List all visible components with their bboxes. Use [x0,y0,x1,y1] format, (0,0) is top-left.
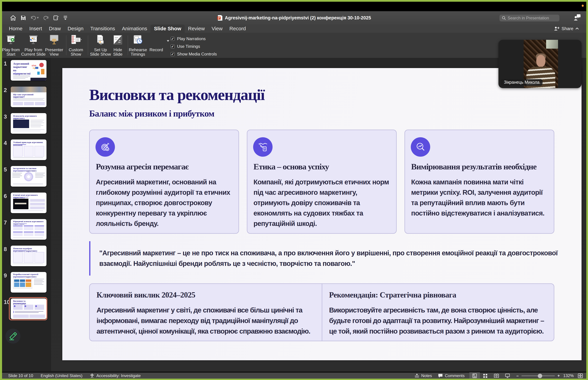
set-up-slide-show-icon [95,33,105,45]
thumbnail-number: 9 [4,272,7,279]
drawing-tool-button[interactable] [5,329,20,343]
thumbnail-preview[interactable]: Помилки надмірно агресивного маркетингу [11,246,46,266]
share-label: Share [562,26,573,31]
slide-thumbnail-10[interactable]: 10Висновки та рекомендації [2,299,51,319]
search-placeholder: Search in Presentation [508,16,549,20]
custom-show-button[interactable]: Custom Show [67,33,84,56]
share-icon [554,26,560,31]
handshake-icon [253,137,273,157]
title-bar: P Agresivnij-marketing-na-pidpriyemstvi … [2,11,586,24]
play-from-current-slide-button[interactable]: Play from Current Slide [21,33,46,56]
slide-sorter-icon [483,374,488,378]
slideshow-view-button[interactable] [502,372,513,379]
selected-thumbnail-border [9,297,47,320]
presenter-view-button[interactable]: Presenter View [44,33,64,56]
slide-thumbnail-8[interactable]: 8Помилки надмірно агресивного маркетингу [2,246,51,266]
card-title: Вимірювання результатів необхідне [411,162,548,171]
slide-thumbnail-2[interactable]: 2Що таке агресивний маркетинг? [2,87,51,107]
slide-thumbnail-9[interactable]: 9Розробка власної стратегії агресивного … [2,272,51,293]
zoom-slider-thumb[interactable] [538,374,542,378]
thumbnail-title: Помилки надмірно агресивного маркетингу [13,247,44,252]
slide-thumbnail-3[interactable]: 3Психологія агресивного маркетингу [2,113,51,134]
normal-view-button[interactable] [469,372,480,379]
tab-view[interactable]: View [208,24,226,33]
thumbnail-title: Розробка власної стратегії агресивного м… [13,273,44,278]
thumbnail-preview[interactable]: sivengАгресивний маркетинг на підприємст… [11,60,46,81]
slide-thumbnail-7[interactable]: 7Юридичні аспекти агресивного маркетингу [2,219,51,240]
slide-canvas[interactable]: Висновки та рекомендації Баланс між ризи… [62,68,582,360]
slide-counter: Slide 10 of 10 [8,373,33,378]
reading-view-button[interactable] [491,372,502,379]
tab-record[interactable]: Record [226,24,249,33]
tab-animations[interactable]: Animations [119,24,150,33]
normal-view-icon [472,374,477,378]
language-selector[interactable]: English (United States) [41,373,82,378]
accessibility-status[interactable]: Accessibility: Investigate [90,373,141,378]
slide-cards-row: Розумна агресія перемагаєАгресивний марк… [89,130,554,234]
play-from-start-button[interactable]: Play from Start [2,33,20,56]
search-input[interactable]: Search in Presentation [500,15,559,21]
checkbox-icon: ✓ [171,44,175,48]
slide-thumbnail-6[interactable]: 6Етичні межі агресивного маркетингу [2,192,51,213]
record-button[interactable]: Record [149,33,164,52]
webcam-overlay[interactable]: Зікранець Микола [498,40,582,88]
custom-show-icon [70,33,82,45]
thumbnail-preview[interactable]: Розробка власної стратегії агресивного м… [11,272,46,293]
slide-thumbnail-panel[interactable]: 1sivengАгресивний маркетинг на підприємс… [2,58,51,371]
tab-slide-show[interactable]: Slide Show [150,24,184,33]
checkbox-icon: ✓ [171,52,175,56]
checkbox-show-media-controls[interactable]: ✓Show Media Controls [171,52,217,57]
record-icon [152,33,161,45]
notes-button[interactable]: Notes [415,373,432,378]
tab-design[interactable]: Design [64,24,87,33]
thumbnail-number: 4 [4,140,7,146]
presence-icon[interactable] [573,14,581,21]
thumbnail-preview[interactable]: Інструменти та тактики агресивного марке… [11,166,46,187]
search-icon [502,16,506,20]
comments-button[interactable]: Comments [438,373,465,378]
bottom-card-title: Рекомендація: Стратегічна рівновага [329,290,548,299]
slide-sorter-view-button[interactable] [480,372,491,379]
target-icon [96,137,115,157]
pencil-icon [8,332,17,341]
thumbnail-title: Інструменти та тактики агресивного марке… [13,167,45,172]
checkbox-play-narrations[interactable]: ✓Play Narrations [171,37,217,41]
zoom-level[interactable]: 132% [563,373,574,378]
thumbnail-preview[interactable]: Психологія агресивного маркетингу [11,113,46,134]
svg-text:P: P [218,17,220,20]
slideshow-view-icon [505,374,510,378]
webcam-name-label: Зікранець Микола [501,79,543,86]
card-title: Розумна агресія перемагає [96,162,233,171]
thumbnail-preview[interactable]: Що таке агресивний маркетинг? [11,87,46,107]
tab-review[interactable]: Review [185,24,208,33]
slide-thumbnail-1[interactable]: 1sivengАгресивний маркетинг на підприємс… [2,60,51,81]
hide-slide-button[interactable]: Hide Slide [111,33,125,56]
status-bar: Slide 10 of 10 English (United States) A… [2,373,586,379]
notes-icon [415,374,419,378]
checkbox-use-timings[interactable]: ✓Use Timings [171,44,217,49]
fit-slide-button[interactable] [578,373,583,378]
share-button[interactable]: Share [554,24,579,33]
bottom-card-title: Ключовий виклик 2024–2025 [97,290,316,299]
bottom-card-body: Використовуйте агресивність там, де вона… [329,305,548,337]
zoom-out-button[interactable]: – [516,373,519,378]
tab-insert[interactable]: Insert [26,24,45,33]
tab-transitions[interactable]: Transitions [87,24,119,33]
slide-thumbnail-4[interactable]: 4Успішні приклади агресивних кампаній [2,139,51,160]
tab-home[interactable]: Home [5,24,26,33]
tab-draw[interactable]: Draw [45,24,64,33]
slide-thumbnail-5[interactable]: 5Інструменти та тактики агресивного марк… [2,166,51,187]
presenter-view-icon [49,33,59,45]
thumbnail-title: Що таке агресивний маркетинг? [13,93,44,98]
thumbnail-preview[interactable]: Успішні приклади агресивних кампаній [11,139,46,160]
set-up-slide-show-button[interactable]: Set Up Slide Show [89,33,112,56]
slide-title: Висновки та рекомендації [89,86,264,104]
record-dropdown-icon[interactable] [167,40,169,42]
zoom-in-button[interactable]: + [558,373,560,378]
conclusion-card: Вимірювання результатів необхіднеКожна к… [405,130,554,234]
rehearse-timings-button[interactable]: Rehearse Timings [128,33,147,56]
zoom-slider[interactable] [521,373,555,378]
thumbnail-preview[interactable]: Юридичні аспекти агресивного маркетингу [11,219,46,240]
fit-slide-icon [578,373,583,378]
thumbnail-preview[interactable]: Етичні межі агресивного маркетингу [11,192,46,213]
